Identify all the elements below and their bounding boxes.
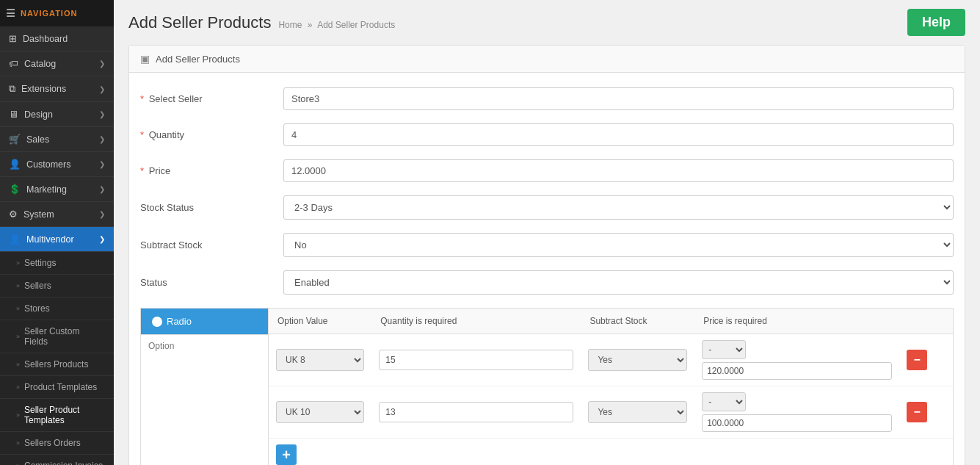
sidebar-item-label: Sales — [26, 134, 49, 145]
delete-row-button[interactable]: − — [907, 350, 927, 370]
radio-label: Radio — [167, 316, 192, 327]
price-modifier-select[interactable]: - + — [702, 340, 746, 359]
subtract-stock-select[interactable]: No Yes — [283, 233, 954, 257]
breadcrumb-home[interactable]: Home — [278, 20, 302, 30]
quantity-field[interactable] — [379, 350, 573, 370]
options-table: Option Value Quantity is required Subtra… — [269, 309, 953, 465]
subtract-stock-row-select[interactable]: Yes No — [588, 349, 687, 371]
card-header-label: Add Seller Products — [156, 54, 240, 65]
status-label: Status — [140, 277, 272, 288]
bullet-icon: » — [16, 462, 20, 465]
bullet-icon: » — [16, 333, 20, 340]
sidebar-item-sellers[interactable]: » Sellers — [0, 275, 114, 298]
sub-item-label: Settings — [24, 258, 56, 268]
sidebar-item-label: Extensions — [21, 84, 66, 94]
option-value-cell: UK 8 UK 10 UK 12 — [269, 334, 371, 386]
col-price: Price is required — [694, 309, 899, 334]
bullet-icon: » — [16, 411, 20, 419]
price-row: * Price — [140, 159, 954, 182]
subtract-stock-label: Subtract Stock — [140, 239, 272, 250]
sidebar-item-seller-product-templates[interactable]: » Seller Product Templates — [0, 399, 114, 432]
bullet-icon: » — [16, 282, 20, 289]
sidebar-item-product-templates[interactable]: » Product Templates — [0, 376, 114, 399]
sidebar-item-customers[interactable]: 👤 Customers ❯ — [0, 152, 114, 177]
required-marker: * — [140, 93, 144, 104]
col-quantity: Quantity is required — [371, 309, 581, 334]
sidebar-item-seller-custom-fields[interactable]: » Seller Custom Fields — [0, 320, 114, 353]
chevron-right-icon: ❯ — [99, 185, 105, 193]
stock-status-select[interactable]: 2-3 Days In Stock Out of Stock Pre-Order — [283, 195, 954, 220]
price-input[interactable] — [283, 159, 954, 182]
price-modifier-select[interactable]: - + — [702, 392, 746, 411]
radio-button[interactable]: Radio — [141, 309, 268, 334]
catalog-icon: 🏷 — [9, 58, 18, 69]
radio-icon — [152, 317, 162, 327]
price-value-field[interactable] — [702, 362, 892, 380]
col-subtract-stock: Subtract Stock — [581, 309, 694, 334]
sub-item-label: Sellers — [24, 281, 51, 291]
design-icon: 🖥 — [9, 109, 18, 120]
chevron-right-icon: ❯ — [99, 135, 105, 143]
help-button[interactable]: Help — [907, 9, 965, 36]
sidebar: ☰ NAVIGATION ⊞ Dashboard 🏷 Catalog ❯ ⧉ E… — [0, 0, 114, 465]
options-table-wrapper: Option Value Quantity is required Subtra… — [269, 308, 954, 465]
subtract-stock-row-select[interactable]: Yes No — [588, 401, 687, 423]
options-panel: Radio — [140, 308, 269, 465]
quantity-input[interactable] — [283, 123, 954, 146]
card-body: * Select Seller * Quantity * — [129, 73, 965, 465]
customers-icon: 👤 — [9, 159, 21, 170]
col-actions — [899, 309, 953, 334]
chevron-right-icon: ❯ — [99, 110, 105, 118]
stock-status-row: Stock Status 2-3 Days In Stock Out of St… — [140, 195, 954, 220]
sidebar-item-commission-invoice[interactable]: » Commission Invoice — [0, 455, 114, 465]
status-row: Status Enabled Disabled — [140, 270, 954, 295]
card-header-icon: ▣ — [140, 53, 150, 65]
option-value-select[interactable]: UK 8 UK 10 UK 12 — [276, 349, 364, 371]
sidebar-item-sellers-products[interactable]: » Sellers Products — [0, 353, 114, 376]
bullet-icon: » — [16, 439, 20, 447]
add-row-button[interactable]: + — [276, 444, 297, 465]
price-value-field[interactable] — [702, 414, 892, 432]
content-area: ▣ Add Seller Products * Select Seller * — [114, 45, 980, 465]
sidebar-item-sellers-orders[interactable]: » Sellers Orders — [0, 432, 114, 455]
nav-title: NAVIGATION — [21, 9, 77, 18]
sidebar-item-system[interactable]: ⚙ System ❯ — [0, 202, 114, 227]
dashboard-icon: ⊞ — [9, 33, 17, 44]
select-seller-input[interactable] — [283, 87, 954, 110]
table-row: UK 8 UK 10 UK 12 — [269, 386, 953, 439]
chevron-right-icon: ❯ — [99, 235, 105, 243]
card-header: ▣ Add Seller Products — [129, 46, 965, 73]
title-area: Add Seller Products Home » Add Seller Pr… — [128, 13, 395, 32]
hamburger-icon: ☰ — [6, 7, 16, 19]
option-value-select[interactable]: UK 8 UK 10 UK 12 — [276, 401, 364, 423]
quantity-field[interactable] — [379, 402, 573, 422]
sidebar-item-design[interactable]: 🖥 Design ❯ — [0, 102, 114, 127]
sidebar-header: ☰ NAVIGATION — [0, 0, 114, 26]
table-row: UK 8 UK 10 UK 12 — [269, 334, 953, 386]
sidebar-item-multivendor[interactable]: 👤 Multivendor ❯ — [0, 227, 114, 252]
sidebar-item-label: Catalog — [24, 59, 56, 69]
marketing-icon: 💲 — [9, 184, 21, 195]
sidebar-item-extensions[interactable]: ⧉ Extensions ❯ — [0, 76, 114, 102]
top-bar: Add Seller Products Home » Add Seller Pr… — [114, 0, 980, 45]
page-title: Add Seller Products — [128, 13, 271, 32]
sidebar-item-settings[interactable]: » Settings — [0, 252, 114, 275]
extensions-icon: ⧉ — [9, 83, 15, 95]
add-row: + — [269, 439, 953, 466]
sidebar-item-sales[interactable]: 🛒 Sales ❯ — [0, 127, 114, 152]
col-option-value: Option Value — [269, 309, 371, 334]
sidebar-item-marketing[interactable]: 💲 Marketing ❯ — [0, 177, 114, 202]
delete-row-button[interactable]: − — [907, 402, 927, 422]
quantity-cell — [371, 334, 581, 386]
sidebar-item-label: Marketing — [26, 184, 67, 195]
price-label: * Price — [140, 165, 272, 176]
sidebar-item-stores[interactable]: » Stores — [0, 298, 114, 320]
sidebar-item-catalog[interactable]: 🏷 Catalog ❯ — [0, 51, 114, 76]
subtract-stock-cell: Yes No — [581, 386, 694, 439]
quantity-label: * Quantity — [140, 129, 272, 140]
bullet-icon: » — [16, 383, 20, 391]
option-input[interactable] — [141, 334, 268, 357]
sub-item-label: Sellers Orders — [24, 438, 81, 448]
status-select[interactable]: Enabled Disabled — [283, 270, 954, 295]
sidebar-item-dashboard[interactable]: ⊞ Dashboard — [0, 26, 114, 51]
